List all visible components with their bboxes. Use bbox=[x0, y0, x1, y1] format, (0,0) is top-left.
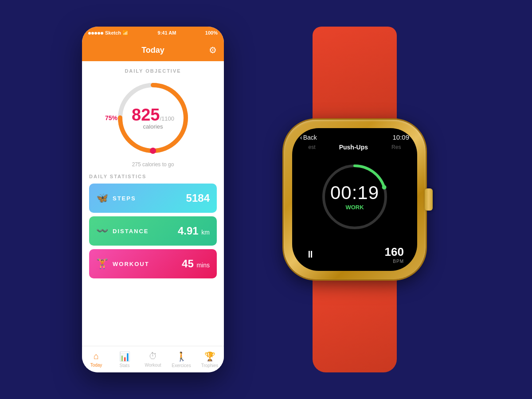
calories-max: /1100 bbox=[160, 115, 174, 122]
tab-stats-label: Stats bbox=[120, 363, 130, 368]
tab-exercises[interactable]: 🚶 Exercices bbox=[167, 351, 196, 368]
watch-current-time: 10:09 bbox=[392, 133, 409, 141]
bpm-label: BPM bbox=[385, 259, 404, 264]
ring-center: 825/1100 calories bbox=[132, 106, 174, 130]
distance-label: DISTANCE bbox=[113, 228, 149, 235]
signal-dots bbox=[88, 30, 104, 35]
watch-band-bottom bbox=[313, 275, 397, 372]
workout-label: WORKOUT bbox=[113, 261, 149, 267]
nav-title: Today bbox=[141, 46, 164, 55]
wifi-icon: 📶 bbox=[122, 30, 129, 36]
watch-screen: ‹ Back 10:09 est Push-Ups Res bbox=[292, 128, 417, 271]
status-bar: Sketch 📶 9:41 AM 100% bbox=[82, 27, 224, 39]
watch-work-label: WORK bbox=[330, 203, 379, 210]
calories-to-go: 275 calories to go bbox=[89, 161, 217, 168]
battery-label: 100% bbox=[205, 30, 218, 35]
watch-crown bbox=[425, 188, 433, 211]
watch-bottom-controls: ⏸ 160 BPM bbox=[292, 242, 417, 271]
calories-current: 825 bbox=[132, 106, 160, 124]
watch-timer-display: 00:19 bbox=[330, 183, 379, 202]
gear-icon[interactable]: ⚙ bbox=[209, 45, 217, 55]
stats-list: 🦋 STEPS 5184 〰️ DISTANCE 4.91 km bbox=[89, 184, 217, 278]
watch-back-button[interactable]: ‹ Back bbox=[300, 134, 317, 141]
tab-bar: ⌂ Today 📊 Stats ⏱ Workout 🚶 Exercices 🏆 … bbox=[82, 346, 224, 372]
workout-value: 45 mins bbox=[182, 258, 210, 270]
watch-pause-button[interactable]: ⏸ bbox=[305, 249, 315, 260]
steps-label: STEPS bbox=[113, 195, 136, 202]
ring-percent-label: 75% bbox=[105, 114, 117, 121]
tab-workout[interactable]: ⏱ Workout bbox=[139, 351, 167, 368]
tab-stats[interactable]: 📊 Stats bbox=[110, 351, 139, 368]
workout-card[interactable]: 🏋 WORKOUT 45 mins bbox=[89, 249, 217, 278]
tab-today-label: Today bbox=[90, 363, 102, 368]
phone-content: DAILY OBJECTIVE 75% 825/1100 bbox=[82, 61, 224, 346]
back-label: Back bbox=[303, 134, 317, 141]
watch-timer-center: 00:19 WORK bbox=[330, 183, 379, 210]
daily-objective-section: DAILY OBJECTIVE 75% 825/1100 bbox=[82, 61, 224, 168]
watch-tab-pushups[interactable]: Push-Ups bbox=[339, 144, 368, 151]
steps-card[interactable]: 🦋 STEPS 5184 bbox=[89, 184, 217, 213]
stat-left-distance: 〰️ DISTANCE bbox=[96, 225, 149, 237]
daily-objective-title: DAILY OBJECTIVE bbox=[89, 68, 217, 74]
workout-icon: 🏋 bbox=[96, 258, 108, 270]
trophy-icon: 🏆 bbox=[204, 351, 215, 362]
stopwatch-icon: ⏱ bbox=[149, 351, 157, 361]
daily-statistics-section: DAILY STATISTICS 🦋 STEPS 5184 〰️ bbox=[82, 168, 224, 278]
watch-case: ‹ Back 10:09 est Push-Ups Res bbox=[284, 120, 426, 279]
watch-timer-area: 00:19 WORK bbox=[292, 152, 417, 242]
calories-label: calories bbox=[132, 123, 174, 130]
watch-header: ‹ Back 10:09 bbox=[292, 128, 417, 143]
watch-device: ‹ Back 10:09 est Push-Ups Res bbox=[259, 27, 450, 372]
watch-band-top bbox=[313, 27, 397, 129]
tab-exercises-label: Exercices bbox=[172, 363, 191, 368]
home-icon: ⌂ bbox=[94, 351, 99, 361]
stats-icon: 📊 bbox=[119, 351, 130, 362]
nav-bar: Today ⚙ bbox=[82, 39, 224, 61]
steps-value: 5184 bbox=[186, 192, 210, 204]
carrier-label: Sketch bbox=[105, 30, 121, 35]
svg-point-2 bbox=[150, 148, 156, 154]
distance-value: 4.91 km bbox=[178, 225, 210, 237]
daily-statistics-title: DAILY STATISTICS bbox=[89, 174, 217, 179]
phone-device: Sketch 📶 9:41 AM 100% Today ⚙ DAILY OBJE… bbox=[82, 27, 224, 372]
scene: Sketch 📶 9:41 AM 100% Today ⚙ DAILY OBJE… bbox=[0, 0, 532, 399]
tab-today[interactable]: ⌂ Today bbox=[82, 351, 110, 368]
distance-card[interactable]: 〰️ DISTANCE 4.91 km bbox=[89, 216, 217, 246]
status-left: Sketch 📶 bbox=[88, 30, 129, 36]
status-time: 9:41 AM bbox=[158, 30, 176, 35]
tab-workout-label: Workout bbox=[145, 363, 161, 368]
steps-icon: 🦋 bbox=[96, 192, 108, 204]
person-icon: 🚶 bbox=[176, 351, 187, 362]
stat-left-workout: 🏋 WORKOUT bbox=[96, 258, 149, 270]
chevron-left-icon: ‹ bbox=[300, 134, 302, 141]
distance-icon: 〰️ bbox=[96, 225, 108, 237]
tab-trophies[interactable]: 🏆 Trophies bbox=[196, 351, 224, 368]
tab-trophies-label: Trophies bbox=[201, 363, 219, 368]
watch-exercise-tabs: est Push-Ups Res bbox=[292, 143, 417, 152]
stat-left-steps: 🦋 STEPS bbox=[96, 192, 136, 204]
calorie-ring: 75% 825/1100 calories bbox=[113, 78, 193, 158]
watch-tab-rest[interactable]: est bbox=[309, 144, 316, 150]
watch-ring: 00:19 WORK bbox=[317, 159, 392, 235]
watch-bpm-display: 160 BPM bbox=[385, 245, 404, 264]
bpm-value: 160 bbox=[385, 245, 404, 259]
watch-tab-res[interactable]: Res bbox=[391, 144, 401, 150]
